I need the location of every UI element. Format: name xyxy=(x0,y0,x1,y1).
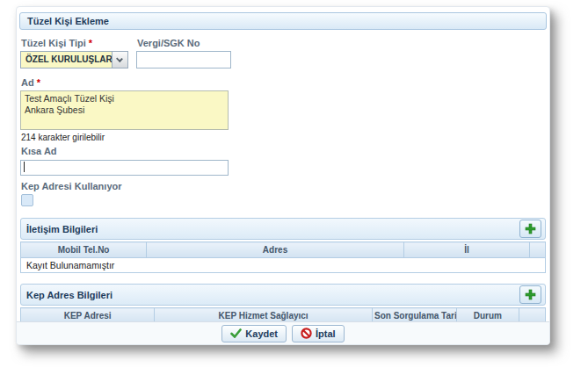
form-content: Tüzel Kişi Tipi* ÖZEL KURULUŞLAR Vergi/S… xyxy=(20,35,546,339)
iletisim-empty-text: Kayıt Bulunamamıştır xyxy=(21,258,546,273)
tuzel-kisi-ekleme-panel: Tüzel Kişi Ekleme Tüzel Kişi Tipi* ÖZEL … xyxy=(16,6,550,345)
required-asterisk: * xyxy=(89,38,92,48)
required-asterisk: * xyxy=(37,77,40,88)
ad-label: Ad* xyxy=(21,77,546,88)
iletisim-empty-row: Kayıt Bulunamamıştır xyxy=(21,258,546,273)
cancel-button-label: İptal xyxy=(316,328,336,339)
no-entry-icon xyxy=(301,328,312,339)
column-header-adres: Adres xyxy=(147,242,404,258)
iletisim-bilgileri-section-header: İletişim Bilgileri xyxy=(20,218,546,240)
chevron-down-icon[interactable] xyxy=(112,52,127,68)
save-button-label: Kaydet xyxy=(245,328,278,339)
tuzel-kisi-tipi-select[interactable]: ÖZEL KURULUŞLAR xyxy=(20,51,128,68)
kep-adresi-kullaniyor-checkbox[interactable] xyxy=(21,194,33,206)
ad-helper-text: 214 karakter girilebilir xyxy=(21,133,546,142)
ad-textarea[interactable]: Test Amaçlı Tüzel Kişi Ankara Şubesi xyxy=(20,90,229,130)
plus-icon xyxy=(525,289,536,300)
iletisim-table: Mobil Tel.No Adres İl Kayıt Bulunamamışt… xyxy=(20,241,546,273)
kisa-ad-label: Kısa Ad xyxy=(21,146,546,156)
iletisim-bilgileri-title: İletişim Bilgileri xyxy=(21,219,545,240)
kisa-ad-input[interactable] xyxy=(20,160,229,176)
text-caret xyxy=(24,162,25,172)
vergi-sgk-no-label: Vergi/SGK No xyxy=(137,38,231,48)
tuzel-kisi-tipi-label: Tüzel Kişi Tipi* xyxy=(21,38,128,48)
kep-add-button[interactable] xyxy=(519,285,541,304)
column-header-il: İl xyxy=(403,242,529,258)
footer-button-bar: Kaydet İptal xyxy=(17,321,549,344)
vergi-sgk-no-input[interactable] xyxy=(136,51,231,68)
kep-adres-bilgileri-title: Kep Adres Bilgileri xyxy=(21,285,545,306)
iletisim-add-button[interactable] xyxy=(519,220,541,238)
panel-title: Tüzel Kişi Ekleme xyxy=(19,12,547,30)
save-button[interactable]: Kaydet xyxy=(221,325,287,342)
kep-adres-bilgileri-section-header: Kep Adres Bilgileri xyxy=(20,284,546,306)
iletisim-header-row: Mobil Tel.No Adres İl xyxy=(21,242,546,258)
tuzel-kisi-tipi-value: ÖZEL KURULUŞLAR xyxy=(21,52,112,68)
column-header-actions xyxy=(530,242,546,258)
plus-icon xyxy=(525,223,536,234)
kep-adresi-kullaniyor-label: Kep Adresi Kullanıyor xyxy=(21,181,546,191)
column-header-mobil-telno: Mobil Tel.No xyxy=(21,242,147,258)
page: Tüzel Kişi Ekleme Tüzel Kişi Tipi* ÖZEL … xyxy=(0,0,588,382)
cancel-button[interactable]: İptal xyxy=(292,325,345,342)
check-icon xyxy=(230,328,242,338)
